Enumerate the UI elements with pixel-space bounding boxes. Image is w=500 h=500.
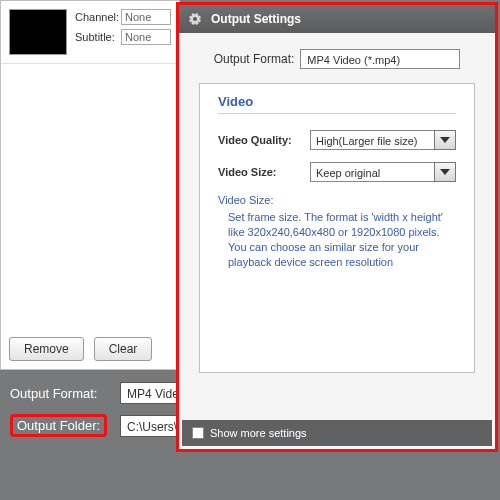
video-size-help: Video Size: Set frame size. The format i… bbox=[218, 194, 456, 269]
video-size-dropdown-button[interactable] bbox=[434, 162, 456, 182]
svg-point-1 bbox=[193, 17, 197, 21]
svg-marker-10 bbox=[440, 137, 450, 143]
show-more-label[interactable]: Show more settings bbox=[210, 427, 307, 439]
output-format-label: Output Format: bbox=[10, 386, 120, 401]
video-thumbnail[interactable] bbox=[9, 9, 67, 55]
svg-line-6 bbox=[190, 14, 192, 16]
video-quality-combo[interactable]: High(Larger file size) bbox=[310, 130, 434, 150]
file-list-panel: Channel: None Subtitle: None Remove Clea… bbox=[0, 0, 180, 370]
clear-button[interactable]: Clear bbox=[94, 337, 153, 361]
svg-line-7 bbox=[198, 22, 200, 24]
dialog-title: Output Settings bbox=[211, 12, 301, 26]
chevron-down-icon bbox=[440, 137, 450, 143]
video-size-combo[interactable]: Keep original bbox=[310, 162, 434, 182]
gear-icon bbox=[187, 11, 203, 27]
svg-marker-11 bbox=[440, 169, 450, 175]
output-folder-label: Output Folder: bbox=[10, 414, 120, 437]
svg-line-8 bbox=[190, 22, 192, 24]
dialog-format-combo[interactable]: MP4 Video (*.mp4) bbox=[300, 49, 460, 69]
file-row: Channel: None Subtitle: None bbox=[1, 1, 179, 64]
subtitle-label: Subtitle: bbox=[75, 31, 121, 43]
output-settings-dialog: Output Settings Output Format: MP4 Video… bbox=[176, 2, 498, 452]
channel-label: Channel: bbox=[75, 11, 121, 23]
video-size-label: Video Size: bbox=[218, 166, 304, 178]
video-quality-dropdown-button[interactable] bbox=[434, 130, 456, 150]
video-quality-label: Video Quality: bbox=[218, 134, 304, 146]
video-settings-box: Video Video Quality: High(Larger file si… bbox=[199, 83, 475, 373]
svg-line-9 bbox=[198, 14, 200, 16]
channel-select[interactable]: None bbox=[121, 9, 171, 25]
dialog-format-label: Output Format: bbox=[214, 52, 295, 66]
video-section-title: Video bbox=[218, 94, 456, 114]
dialog-footer: Show more settings bbox=[182, 420, 492, 446]
remove-button[interactable]: Remove bbox=[9, 337, 84, 361]
show-more-checkbox[interactable] bbox=[192, 427, 204, 439]
chevron-down-icon bbox=[440, 169, 450, 175]
subtitle-select[interactable]: None bbox=[121, 29, 171, 45]
file-fields: Channel: None Subtitle: None bbox=[75, 9, 171, 55]
dialog-titlebar[interactable]: Output Settings bbox=[179, 5, 495, 33]
